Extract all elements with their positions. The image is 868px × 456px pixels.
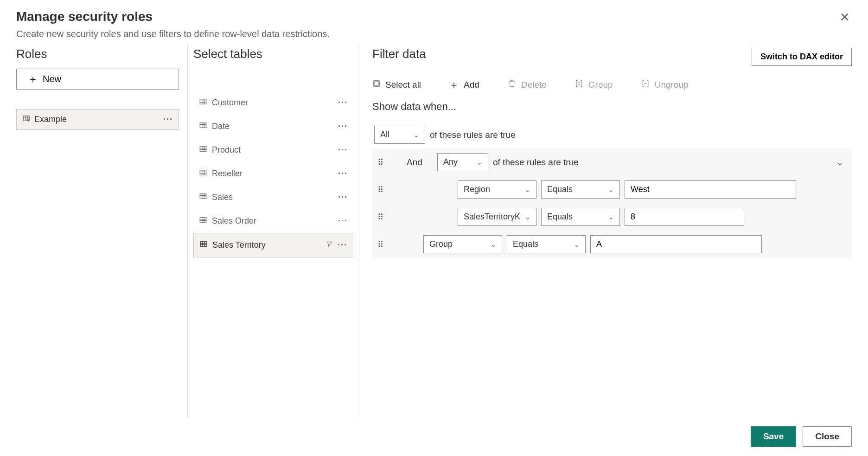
chevron-down-icon: ⌄ [574,241,580,248]
delete-label: Delete [521,80,547,90]
svg-rect-3 [200,123,206,128]
tables-heading: Select tables [193,47,353,61]
more-icon[interactable]: ··· [338,193,348,202]
table-item-label: Sales Territory [212,240,266,250]
rule-operator-select[interactable]: Equals ⌄ [507,235,586,253]
svg-rect-10 [375,82,378,85]
add-button[interactable]: ＋ Add [449,80,479,90]
rule-field-value: SalesTerritoryK [464,212,520,222]
collapse-chevron-icon[interactable]: ⌄ [836,157,843,167]
svg-rect-7 [200,218,206,223]
trash-icon [507,79,517,90]
inner-quantifier-value: Any [443,157,458,167]
rules-text: of these rules are true [430,130,516,140]
rule-operator-value: Equals [513,239,538,249]
close-button[interactable]: Close [803,426,852,447]
table-icon [199,97,207,108]
drag-handle-icon[interactable]: ⠿ [372,185,388,195]
role-icon [22,114,31,125]
more-icon[interactable]: ··· [338,98,348,108]
rule-value-input[interactable] [590,235,762,253]
ungroup-icon [641,79,650,90]
table-item[interactable]: Sales··· [193,186,353,209]
group-label: Group [588,80,613,90]
chevron-down-icon: ⌄ [525,213,530,221]
svg-rect-8 [200,242,207,247]
rule-operator-value: Equals [547,185,573,194]
outer-quantifier-select[interactable]: All ⌄ [374,126,425,144]
role-item[interactable]: Example ··· [16,109,179,130]
filter-icon [326,240,333,250]
table-icon [199,145,207,155]
switch-dax-button[interactable]: Switch to DAX editor [752,48,852,66]
rule-field-select[interactable]: SalesTerritoryK⌄ [458,208,536,226]
svg-rect-2 [200,99,206,104]
rule-field-value: Region [464,185,490,194]
save-button[interactable]: Save [751,426,796,447]
table-item-label: Reseller [212,169,243,179]
chevron-down-icon: ⌄ [608,186,614,193]
drag-handle-icon[interactable]: ⠿ [372,239,388,250]
table-icon [199,192,207,203]
more-icon[interactable]: ··· [338,145,348,155]
svg-rect-5 [200,170,206,175]
more-icon[interactable]: ··· [338,122,348,131]
more-icon[interactable]: ··· [163,115,173,124]
rule-operator-select[interactable]: Equals⌄ [541,208,620,226]
add-label: Add [464,80,479,90]
group-icon [574,79,584,90]
rule-field-select[interactable]: Group ⌄ [423,235,502,253]
chevron-down-icon: ⌄ [491,241,496,248]
table-icon [199,216,207,226]
rule-value-input[interactable] [625,180,796,199]
ungroup-label: Ungroup [655,80,689,90]
table-icon [199,240,208,250]
table-item[interactable]: Date··· [193,115,353,138]
table-item-label: Sales Order [212,216,256,226]
rule-field-select[interactable]: Region⌄ [458,180,536,199]
new-role-label: New [43,74,61,84]
role-item-label: Example [34,115,67,124]
filter-heading: Filter data [372,47,426,61]
inner-quantifier-select[interactable]: Any ⌄ [437,153,488,171]
select-all-button[interactable]: Select all [372,79,421,90]
svg-rect-6 [200,194,206,199]
plus-icon: ＋ [449,80,459,90]
table-item[interactable]: Sales Territory··· [193,233,353,257]
roles-heading: Roles [16,47,179,61]
table-item-label: Sales [212,193,233,202]
drag-handle-icon[interactable]: ⠿ [372,157,388,167]
and-label: And [407,157,427,167]
outer-quantifier-value: All [380,130,389,140]
svg-rect-4 [200,147,206,152]
close-icon[interactable]: ✕ [838,9,852,25]
table-item[interactable]: Customer··· [193,91,353,115]
more-icon[interactable]: ··· [338,240,347,250]
rule-value-input[interactable] [625,208,744,226]
table-item-label: Customer [212,98,248,108]
group-button[interactable]: Group [574,79,613,90]
rules-text-inner: of these rules are true [493,157,579,167]
rule-field-value: Group [429,239,453,249]
table-item[interactable]: Reseller··· [193,162,353,186]
more-icon[interactable]: ··· [338,216,348,226]
table-item[interactable]: Sales Order··· [193,209,353,233]
rule-operator-select[interactable]: Equals⌄ [541,180,620,199]
ungroup-button[interactable]: Ungroup [641,79,689,90]
table-item-label: Product [212,145,241,155]
show-when-label: Show data when... [372,101,852,113]
chevron-down-icon: ⌄ [477,159,482,166]
select-all-label: Select all [385,80,421,90]
new-role-button[interactable]: ＋ New [16,69,179,90]
drag-handle-icon[interactable]: ⠿ [372,212,388,222]
rule-operator-value: Equals [547,212,573,222]
more-icon[interactable]: ··· [338,169,348,179]
chevron-down-icon: ⌄ [414,131,419,139]
table-icon [199,168,207,179]
select-all-icon [372,79,381,90]
dialog-title: Manage security roles [16,9,330,24]
table-item-label: Date [212,122,230,131]
delete-button[interactable]: Delete [507,79,547,90]
table-item[interactable]: Product··· [193,138,353,162]
chevron-down-icon: ⌄ [608,213,614,221]
